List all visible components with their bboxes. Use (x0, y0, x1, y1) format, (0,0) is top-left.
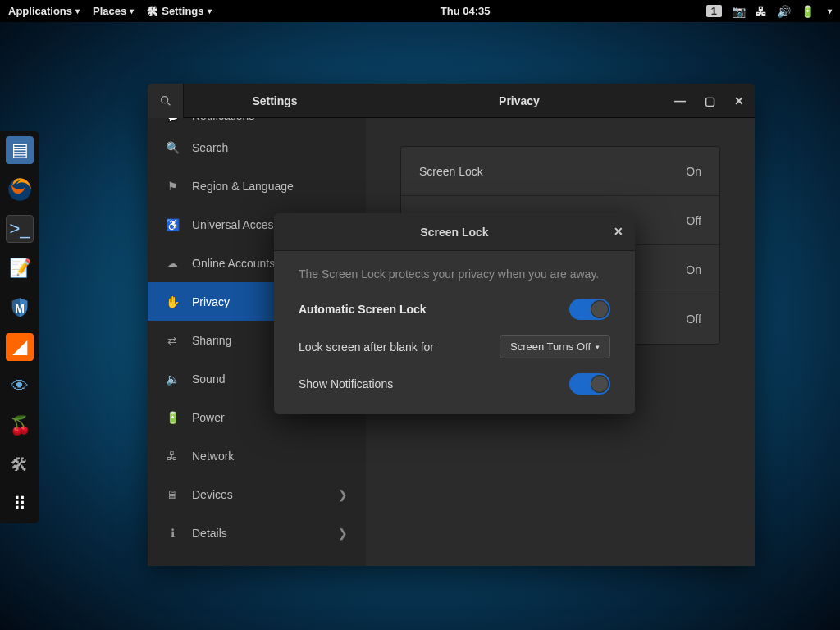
sidebar-item-search[interactable]: 🔍 Search (148, 128, 366, 167)
dropdown-value: Screen Turns Off (510, 340, 591, 353)
search-icon (159, 94, 172, 107)
chevron-down-icon: ▾ (596, 343, 600, 351)
flag-icon: ⚑ (166, 180, 179, 193)
top-bar: Applications ▾ Places ▾ 🛠 Settings ▾ Thu… (0, 0, 840, 22)
search-button[interactable] (148, 84, 184, 118)
dock-item-text-editor[interactable]: 📝 (6, 254, 34, 282)
cloud-icon: ☁ (166, 257, 179, 270)
chevron-right-icon: ❯ (338, 527, 348, 540)
dialog-description: The Screen Lock protects your privacy wh… (299, 267, 610, 281)
devices-icon: 🖥 (166, 488, 179, 501)
sidebar-item-label: Region & Language (192, 180, 294, 193)
menu-applications[interactable]: Applications ▾ (8, 5, 80, 17)
row-value: On (686, 165, 701, 178)
sidebar-item-region[interactable]: ⚑ Region & Language (148, 167, 366, 205)
sidebar-item-label: Details (192, 527, 227, 540)
sidebar-item-label: Sound (192, 372, 225, 386)
sidebar-item-label: Notifications (192, 118, 254, 122)
dock: ▤ >_ 📝 M ◢ 👁 🍒 🛠 ⠿ (0, 131, 39, 523)
accessibility-icon: ♿ (166, 218, 179, 231)
dialog-close-button[interactable]: ✕ (614, 225, 623, 238)
chevron-down-icon: ▾ (828, 7, 832, 16)
battery-icon: 🔋 (166, 411, 179, 424)
dock-item-cherry[interactable]: 🍒 (6, 412, 34, 440)
row-value: Off (687, 214, 701, 227)
label-auto-lock: Automatic Screen Lock (299, 303, 427, 316)
sidebar-item-notifications[interactable]: 💬 Notifications (148, 118, 366, 128)
volume-icon[interactable]: 🔊 (777, 5, 791, 18)
dock-item-apps[interactable]: ⠿ (6, 491, 34, 518)
screen-lock-dialog: Screen Lock ✕ The Screen Lock protects y… (274, 213, 635, 414)
dock-item-tools[interactable]: 🛠 (6, 451, 34, 479)
camera-icon[interactable]: 📷 (732, 5, 746, 18)
menu-settings[interactable]: 🛠 Settings ▾ (147, 5, 211, 18)
dock-item-firefox[interactable] (6, 176, 34, 203)
close-button[interactable]: ✕ (732, 94, 746, 107)
svg-line-3 (167, 103, 170, 105)
label-show-notifications: Show Notifications (299, 377, 393, 390)
hand-icon: ✋ (166, 295, 179, 308)
titlebar: Settings Privacy — ▢ ✕ (148, 84, 755, 118)
row-label: Screen Lock (419, 165, 483, 178)
minimize-button[interactable]: — (673, 94, 687, 107)
speaker-icon: 🔈 (166, 372, 179, 386)
menu-settings-label: Settings (162, 5, 203, 17)
clock[interactable]: Thu 04:35 (441, 5, 491, 17)
dropdown-lock-delay[interactable]: Screen Turns Off ▾ (500, 335, 610, 358)
sidebar-item-label: Network (192, 450, 234, 463)
svg-point-2 (161, 96, 167, 103)
toggle-auto-lock[interactable] (569, 299, 610, 320)
sidebar-item-label: Online Accounts (192, 257, 275, 270)
network-icon[interactable]: 🖧 (756, 5, 767, 18)
sidebar-item-label: Power (192, 411, 225, 424)
search-icon: 🔍 (166, 141, 179, 154)
network-icon: 🖧 (166, 450, 179, 463)
dialog-titlebar: Screen Lock ✕ (274, 213, 635, 251)
chevron-down-icon: ▾ (130, 7, 134, 16)
bell-icon: 💬 (166, 118, 179, 122)
sidebar-item-label: Privacy (192, 295, 230, 308)
sidebar-item-label: Universal Access (192, 218, 280, 231)
workspace-indicator[interactable]: 1 (706, 5, 722, 17)
dock-item-burp[interactable]: ◢ (6, 333, 34, 361)
battery-icon[interactable]: 🔋 (801, 5, 815, 18)
row-value: On (686, 263, 701, 276)
sidebar-item-label: Sharing (192, 334, 231, 347)
chevron-down-icon: ▾ (208, 7, 212, 16)
svg-text:M: M (15, 302, 25, 315)
row-screen-lock[interactable]: Screen Lock On (401, 147, 719, 196)
gear-icon: 🛠 (147, 5, 158, 18)
dock-item-shield[interactable]: M (6, 294, 34, 322)
dock-item-eye[interactable]: 👁 (6, 372, 34, 400)
sidebar-item-details[interactable]: ℹ Details ❯ (148, 514, 366, 552)
dock-item-files[interactable]: ▤ (6, 136, 34, 164)
chevron-right-icon: ❯ (338, 488, 348, 501)
share-icon: ⇄ (166, 334, 179, 347)
dialog-title: Screen Lock (420, 226, 488, 239)
maximize-button[interactable]: ▢ (702, 94, 717, 107)
label-lock-after-blank: Lock screen after blank for (299, 340, 434, 354)
menu-applications-label: Applications (8, 5, 72, 17)
window-title-left: Settings (184, 94, 366, 107)
toggle-show-notifications[interactable] (569, 373, 610, 395)
menu-places[interactable]: Places ▾ (93, 5, 134, 17)
chevron-down-icon: ▾ (75, 7, 80, 16)
menu-places-label: Places (93, 5, 126, 17)
sidebar-item-network[interactable]: 🖧 Network (148, 436, 366, 475)
row-value: Off (687, 313, 701, 326)
sidebar-item-devices[interactable]: 🖥 Devices ❯ (148, 475, 366, 514)
sidebar-item-label: Devices (192, 488, 233, 501)
window-title-right: Privacy (366, 94, 673, 107)
sidebar-item-label: Search (192, 141, 228, 154)
info-icon: ℹ (166, 527, 179, 540)
dock-item-terminal[interactable]: >_ (6, 215, 34, 243)
